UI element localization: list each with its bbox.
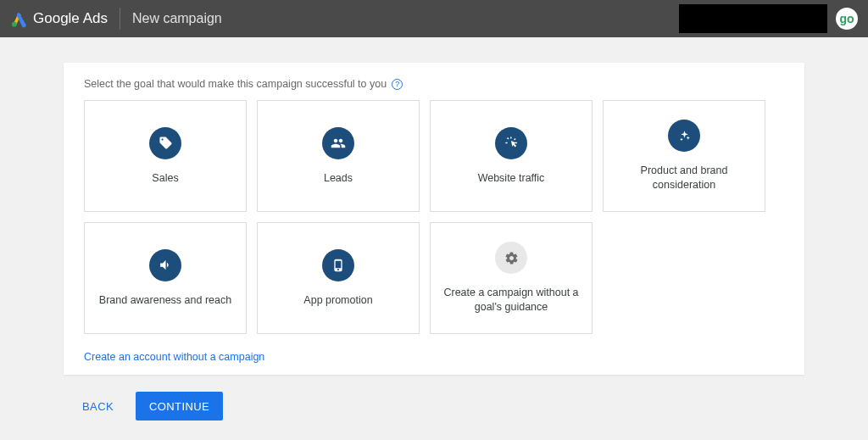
top-bar-left: Google Ads New campaign bbox=[10, 8, 222, 30]
goal-label: Product and brand consideration bbox=[612, 164, 756, 192]
google-ads-logo-icon bbox=[10, 10, 28, 28]
footer-actions: Back Continue bbox=[64, 375, 804, 421]
divider bbox=[120, 8, 120, 30]
goal-app-promotion[interactable]: App promotion bbox=[257, 222, 420, 334]
people-icon bbox=[322, 127, 354, 159]
svg-point-0 bbox=[12, 21, 17, 26]
goal-label: Website traffic bbox=[478, 171, 545, 186]
back-button[interactable]: Back bbox=[69, 392, 127, 421]
content: Select the goal that would make this cam… bbox=[0, 37, 868, 421]
goal-label: Brand awareness and reach bbox=[99, 293, 231, 308]
goal-label: Leads bbox=[324, 171, 353, 186]
megaphone-icon bbox=[149, 249, 181, 281]
goal-label: Sales bbox=[152, 171, 178, 186]
brand-text: Google Ads bbox=[33, 10, 108, 27]
create-account-without-campaign-link[interactable]: Create an account without a campaign bbox=[84, 351, 784, 363]
gear-icon bbox=[495, 242, 527, 274]
prompt-row: Select the goal that would make this cam… bbox=[84, 78, 784, 90]
avatar[interactable]: go bbox=[836, 8, 858, 30]
cursor-click-icon bbox=[495, 127, 527, 159]
top-bar-right: go bbox=[679, 4, 858, 33]
goal-no-guidance[interactable]: Create a campaign without a goal's guida… bbox=[430, 222, 593, 334]
account-selector[interactable] bbox=[679, 4, 827, 33]
brand-logo-group[interactable]: Google Ads bbox=[10, 10, 108, 28]
goal-product-brand-consideration[interactable]: Product and brand consideration bbox=[603, 100, 765, 212]
goal-brand-awareness[interactable]: Brand awareness and reach bbox=[84, 222, 247, 334]
sparkle-icon bbox=[668, 120, 700, 152]
goal-selection-card: Select the goal that would make this cam… bbox=[64, 63, 804, 375]
help-icon[interactable]: ? bbox=[392, 79, 403, 90]
goal-sales[interactable]: Sales bbox=[84, 100, 247, 212]
goal-leads[interactable]: Leads bbox=[257, 100, 420, 212]
tag-icon bbox=[149, 127, 181, 159]
phone-icon bbox=[322, 249, 354, 281]
breadcrumb: New campaign bbox=[132, 11, 222, 26]
goal-label: App promotion bbox=[303, 293, 372, 308]
goal-grid: Sales Leads Website traffic Product and … bbox=[84, 100, 784, 334]
goal-website-traffic[interactable]: Website traffic bbox=[430, 100, 593, 212]
top-bar: Google Ads New campaign go bbox=[0, 0, 868, 37]
continue-button[interactable]: Continue bbox=[136, 392, 223, 421]
goal-label: Create a campaign without a goal's guida… bbox=[439, 286, 583, 315]
prompt-text: Select the goal that would make this cam… bbox=[84, 78, 387, 90]
